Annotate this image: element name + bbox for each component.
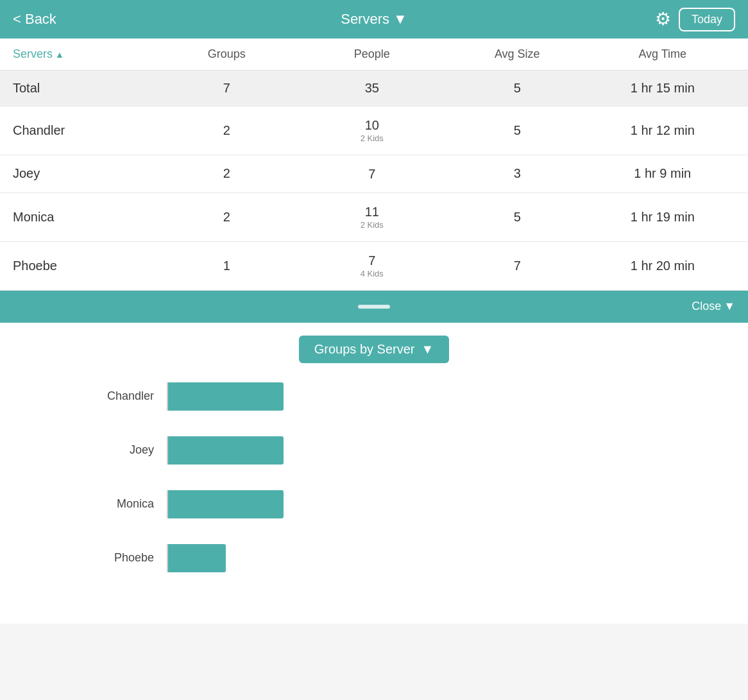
bar-label: Monica bbox=[51, 497, 167, 511]
table-row[interactable]: Monica 2 11 2 Kids 5 1 hr 19 min bbox=[0, 193, 748, 242]
row-people: 7 bbox=[300, 166, 445, 182]
table-row[interactable]: Chandler 2 10 2 Kids 5 1 hr 12 min bbox=[0, 107, 748, 155]
table-header-row: Servers ▲ Groups People Avg Size Avg Tim… bbox=[0, 38, 748, 71]
servers-col-label: Servers bbox=[13, 47, 53, 61]
sort-arrow-icon: ▲ bbox=[55, 49, 64, 60]
table-row[interactable]: Phoebe 1 7 4 Kids 7 1 hr 20 min bbox=[0, 242, 748, 291]
row-people: 7 4 Kids bbox=[300, 252, 445, 280]
bar-fill bbox=[168, 382, 284, 411]
row-groups: 2 bbox=[154, 210, 300, 225]
row-name: Monica bbox=[13, 210, 154, 225]
chevron-down-icon: ▼ bbox=[393, 11, 407, 28]
row-groups: 2 bbox=[154, 123, 300, 138]
col-header-avg-time: Avg Time bbox=[590, 47, 736, 61]
total-avg-size: 5 bbox=[445, 81, 590, 96]
servers-dropdown[interactable]: Servers ▼ bbox=[341, 11, 407, 28]
total-row: Total 7 35 5 1 hr 15 min bbox=[0, 71, 748, 107]
gear-icon: ⚙ bbox=[655, 9, 671, 29]
col-header-groups: Groups bbox=[154, 47, 300, 61]
chart-dropdown-arrow-icon: ▼ bbox=[421, 342, 434, 357]
row-avg-size: 3 bbox=[445, 166, 590, 181]
bar-fill bbox=[168, 490, 284, 518]
col-header-servers[interactable]: Servers ▲ bbox=[13, 47, 154, 61]
teal-divider-bar: Close ▼ bbox=[0, 291, 748, 323]
today-label: Today bbox=[692, 13, 722, 26]
row-name: Phoebe bbox=[13, 259, 154, 273]
close-button[interactable]: Close ▼ bbox=[692, 300, 735, 313]
row-people: 11 2 Kids bbox=[300, 203, 445, 231]
row-avg-size: 5 bbox=[445, 210, 590, 225]
row-groups: 1 bbox=[154, 259, 300, 273]
total-people: 35 bbox=[300, 81, 445, 96]
row-avg-size: 7 bbox=[445, 259, 590, 273]
bar-label: Joey bbox=[51, 443, 167, 457]
chart-dropdown-label: Groups by Server bbox=[314, 342, 415, 357]
bar-fill bbox=[168, 544, 226, 572]
today-button[interactable]: Today bbox=[679, 8, 735, 31]
total-avg-time: 1 hr 15 min bbox=[590, 81, 736, 96]
chart-section: Groups by Server ▼ Chandler Joey Monica … bbox=[0, 323, 748, 624]
col-header-people: People bbox=[300, 47, 445, 61]
header-title-text: Servers bbox=[341, 11, 389, 28]
row-groups: 2 bbox=[154, 166, 300, 181]
row-avg-time: 1 hr 9 min bbox=[590, 166, 736, 181]
chart-type-dropdown[interactable]: Groups by Server ▼ bbox=[299, 336, 450, 363]
drag-handle[interactable] bbox=[358, 305, 390, 309]
row-name: Chandler bbox=[13, 123, 154, 138]
close-arrow-icon: ▼ bbox=[724, 300, 735, 313]
settings-button[interactable]: ⚙ bbox=[655, 10, 671, 28]
total-groups: 7 bbox=[154, 81, 300, 96]
row-avg-time: 1 hr 20 min bbox=[590, 259, 736, 273]
back-label: < Back bbox=[13, 11, 56, 28]
total-name: Total bbox=[13, 81, 154, 96]
list-item: Chandler bbox=[51, 382, 710, 411]
app-header: < Back Servers ▼ ⚙ Today bbox=[0, 0, 748, 38]
row-avg-size: 5 bbox=[445, 123, 590, 138]
data-table: Servers ▲ Groups People Avg Size Avg Tim… bbox=[0, 38, 748, 291]
row-name: Joey bbox=[13, 166, 154, 181]
row-avg-time: 1 hr 12 min bbox=[590, 123, 736, 138]
bar-fill bbox=[168, 436, 284, 465]
row-avg-time: 1 hr 19 min bbox=[590, 210, 736, 225]
bar-label: Chandler bbox=[51, 389, 167, 403]
bar-label: Phoebe bbox=[51, 551, 167, 565]
list-item: Phoebe bbox=[51, 544, 710, 572]
header-right-controls: ⚙ Today bbox=[655, 8, 735, 31]
back-button[interactable]: < Back bbox=[13, 11, 56, 28]
row-people: 10 2 Kids bbox=[300, 117, 445, 144]
list-item: Monica bbox=[51, 490, 710, 518]
col-header-avg-size: Avg Size bbox=[445, 47, 590, 61]
bar-chart: Chandler Joey Monica Phoebe bbox=[0, 382, 748, 572]
list-item: Joey bbox=[51, 436, 710, 465]
close-label: Close bbox=[692, 300, 721, 313]
chart-dropdown-container: Groups by Server ▼ bbox=[0, 336, 748, 363]
table-row[interactable]: Joey 2 7 3 1 hr 9 min bbox=[0, 155, 748, 193]
